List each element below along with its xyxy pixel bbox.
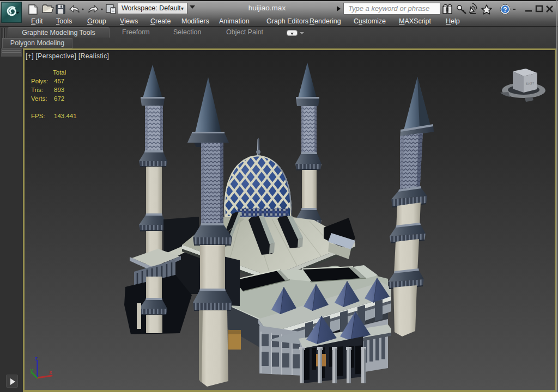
svg-text:y: y <box>30 367 33 373</box>
svg-text:z: z <box>35 356 38 362</box>
svg-text:x: x <box>49 369 52 375</box>
svg-text:EAST: EAST <box>526 82 535 85</box>
svg-text:?: ? <box>503 6 507 14</box>
